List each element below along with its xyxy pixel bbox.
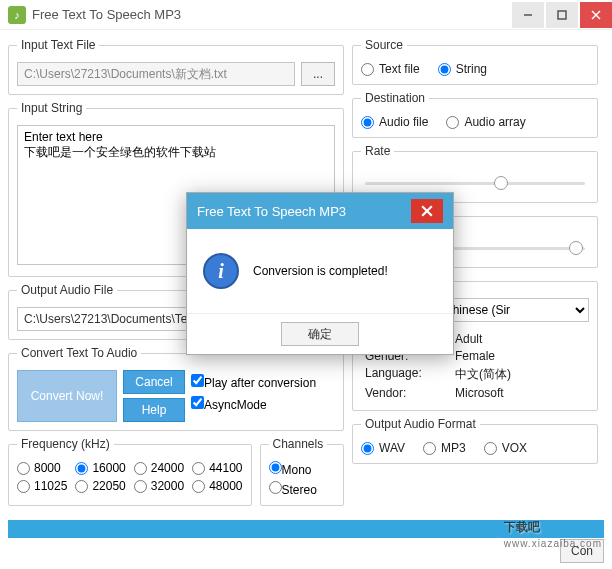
input-text-file-path [17,62,295,86]
window-buttons [510,2,612,28]
dialog-title: Free Text To Speech MP3 [197,204,411,219]
convert-legend: Convert Text To Audio [17,346,141,360]
output-format-legend: Output Audio Format [361,417,480,431]
input-text-file-legend: Input Text File [17,38,99,52]
source-group: Source Text fileString [352,38,598,85]
channels-group: Channels MonoStereo [260,437,345,506]
frequency-radio-11025[interactable]: 11025 [17,479,67,493]
format-radio-mp3[interactable]: MP3 [423,441,466,455]
source-radio-text-file[interactable]: Text file [361,62,420,76]
dialog-message: Conversion is completed! [253,264,388,278]
language-label: Language: [365,366,445,383]
input-string-legend: Input String [17,101,86,115]
channels-radio-mono[interactable]: Mono [269,461,336,477]
bottom-button[interactable]: Con [560,539,604,563]
dialog-titlebar: Free Text To Speech MP3 [187,193,453,229]
frequency-radio-8000[interactable]: 8000 [17,461,67,475]
close-button[interactable] [580,2,612,28]
dialog-ok-button[interactable]: 确定 [281,322,359,346]
destination-legend: Destination [361,91,429,105]
frequency-radio-22050[interactable]: 22050 [75,479,125,493]
rate-slider[interactable] [365,174,585,192]
channels-radio-stereo[interactable]: Stereo [269,481,336,497]
async-mode-checkbox[interactable]: AsyncMode [191,396,316,412]
age-value: Adult [455,332,585,346]
format-radio-vox[interactable]: VOX [484,441,527,455]
input-text-file-group: Input Text File ... [8,38,344,95]
destination-radio-audio-file[interactable]: Audio file [361,115,428,129]
source-radio-string[interactable]: String [438,62,487,76]
dialog: Free Text To Speech MP3 i Conversion is … [186,192,454,355]
language-value: 中文(简体) [455,366,585,383]
rate-legend: Rate [361,144,394,158]
source-legend: Source [361,38,407,52]
channels-legend: Channels [269,437,328,451]
vendor-label: Vendor: [365,386,445,400]
cancel-button[interactable]: Cancel [123,370,185,394]
frequency-radio-32000[interactable]: 32000 [134,479,184,493]
convert-now-button[interactable]: Convert Now! [17,370,117,422]
titlebar: ♪ Free Text To Speech MP3 [0,0,612,30]
frequency-legend: Frequency (kHz) [17,437,114,451]
browse-text-file-button[interactable]: ... [301,62,335,86]
convert-group: Convert Text To Audio Convert Now! Cance… [8,346,344,431]
frequency-group: Frequency (kHz) 800016000240004410011025… [8,437,252,506]
destination-radio-audio-array[interactable]: Audio array [446,115,525,129]
minimize-button[interactable] [512,2,544,28]
app-icon: ♪ [8,6,26,24]
window-title: Free Text To Speech MP3 [32,7,510,22]
destination-group: Destination Audio fileAudio array [352,91,598,138]
help-button[interactable]: Help [123,398,185,422]
output-format-group: Output Audio Format WAVMP3VOX [352,417,598,464]
progress-bar [8,520,604,538]
frequency-radio-48000[interactable]: 48000 [192,479,242,493]
dialog-close-button[interactable] [411,199,443,223]
svg-rect-1 [558,11,566,19]
format-radio-wav[interactable]: WAV [361,441,405,455]
output-audio-legend: Output Audio File [17,283,117,297]
info-icon: i [203,253,239,289]
play-after-checkbox[interactable]: Play after conversion [191,374,316,390]
maximize-button[interactable] [546,2,578,28]
frequency-radio-16000[interactable]: 16000 [75,461,125,475]
gender-value: Female [455,349,585,363]
frequency-radio-44100[interactable]: 44100 [192,461,242,475]
frequency-radio-24000[interactable]: 24000 [134,461,184,475]
vendor-value: Microsoft [455,386,585,400]
